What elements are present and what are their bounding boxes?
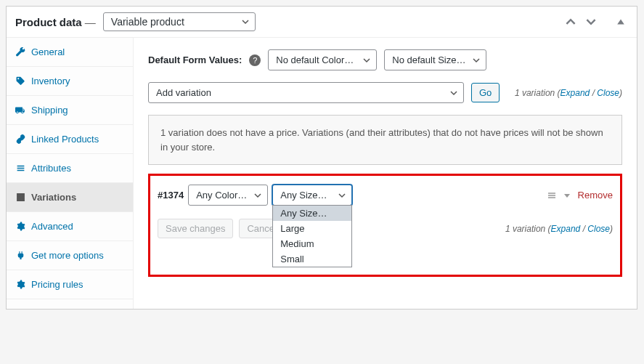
gear-icon [15, 222, 25, 232]
tag-icon [15, 76, 25, 86]
panel-header: Product data — Variable product [7, 7, 637, 38]
tab-variations[interactable]: Variations [7, 183, 133, 212]
close-link[interactable]: Close [597, 88, 619, 98]
help-icon[interactable]: ? [249, 54, 261, 66]
tab-get-more[interactable]: Get more options [7, 241, 133, 270]
save-changes-button[interactable]: Save changes [158, 219, 233, 238]
highlight-annotation: #1374 Any Color… Any Size… Any Size… Lar… [148, 174, 622, 277]
price-warning-notice: 1 variation does not have a price. Varia… [148, 115, 622, 165]
variation-size-select[interactable]: Any Size… Any Size… Large Medium Small [272, 185, 352, 206]
chevron-down-icon [450, 89, 457, 97]
drag-handle-icon[interactable] [547, 191, 556, 200]
default-color-value: No default Color… [276, 54, 354, 65]
add-variation-value: Add variation [156, 87, 211, 98]
default-size-value: No default Size… [392, 54, 465, 65]
move-down-icon[interactable] [583, 15, 599, 28]
title-dash: — [82, 16, 96, 28]
variation-count-top: 1 variation (Expand / Close) [515, 88, 622, 98]
expand-toggle-icon[interactable] [563, 192, 571, 199]
product-data-panel: Product data — Variable product General … [6, 6, 637, 310]
close-link[interactable]: Close [587, 224, 610, 234]
chevron-down-icon [473, 57, 480, 64]
default-color-select[interactable]: No default Color… [268, 49, 377, 70]
tab-pricing-rules[interactable]: Pricing rules [7, 270, 133, 299]
panel-title: Product data — [15, 16, 96, 28]
tab-attributes[interactable]: Attributes [7, 154, 133, 183]
size-option-any[interactable]: Any Size… [273, 206, 351, 221]
tab-label: General [31, 46, 65, 57]
variation-id: #1374 [158, 190, 184, 201]
chevron-down-icon [338, 192, 346, 199]
size-option-medium[interactable]: Medium [273, 236, 351, 251]
default-values-row: Default Form Values: ? No default Color…… [148, 49, 622, 70]
tab-label: Inventory [31, 76, 70, 86]
expand-link[interactable]: Expand [561, 88, 590, 98]
add-variation-select[interactable]: Add variation [148, 82, 464, 103]
chevron-down-icon [363, 57, 370, 64]
tab-inventory[interactable]: Inventory [7, 67, 133, 96]
tab-shipping[interactable]: Shipping [7, 96, 133, 125]
chevron-down-icon [254, 192, 261, 199]
tab-label: Shipping [31, 105, 68, 116]
grid-icon [15, 193, 25, 203]
tab-label: Linked Products [31, 134, 99, 145]
tab-label: Pricing rules [31, 279, 83, 290]
tab-label: Get more options [31, 250, 104, 261]
variation-color-value: Any Color… [196, 190, 247, 201]
tab-linked-products[interactable]: Linked Products [7, 125, 133, 154]
tab-label: Attributes [31, 163, 71, 174]
default-values-label: Default Form Values: [148, 54, 242, 65]
product-type-value: Variable product [111, 16, 184, 28]
add-variation-row: Add variation Go 1 variation (Expand / C… [148, 82, 622, 103]
variations-content: Default Form Values: ? No default Color…… [134, 38, 637, 309]
settings-tabs: General Inventory Shipping Linked Produc… [7, 38, 134, 309]
collapse-icon[interactable] [614, 16, 628, 28]
variation-actions: Remove [547, 190, 613, 201]
variation-row: #1374 Any Color… Any Size… Any Size… Lar… [158, 185, 613, 206]
variation-size-value: Any Size… [280, 190, 327, 201]
panel-toggles [563, 15, 628, 28]
plug-icon [15, 251, 25, 261]
tab-label: Advanced [31, 221, 73, 232]
wrench-icon [15, 47, 25, 57]
remove-variation-link[interactable]: Remove [578, 190, 613, 201]
link-icon [15, 134, 25, 145]
size-option-large[interactable]: Large [273, 221, 351, 236]
tab-general[interactable]: General [7, 38, 133, 67]
tab-label: Variations [31, 192, 76, 203]
title-prefix: Product data [15, 16, 82, 28]
truck-icon [15, 105, 25, 116]
save-buttons-row: Save changes Cancel 1 variation (Expand … [158, 219, 613, 238]
size-option-small[interactable]: Small [273, 251, 351, 267]
list-icon [15, 163, 25, 174]
default-size-select[interactable]: No default Size… [384, 49, 486, 70]
chevron-down-icon [242, 18, 249, 25]
expand-link[interactable]: Expand [551, 224, 581, 234]
variation-count-bottom: 1 variation (Expand / Close) [505, 224, 613, 234]
variation-color-select[interactable]: Any Color… [188, 185, 268, 206]
size-dropdown: Any Size… Large Medium Small [272, 205, 352, 267]
product-type-select[interactable]: Variable product [103, 12, 256, 31]
gear-icon [15, 280, 25, 290]
go-button[interactable]: Go [471, 83, 500, 102]
move-up-icon[interactable] [563, 15, 579, 28]
tab-advanced[interactable]: Advanced [7, 212, 133, 241]
